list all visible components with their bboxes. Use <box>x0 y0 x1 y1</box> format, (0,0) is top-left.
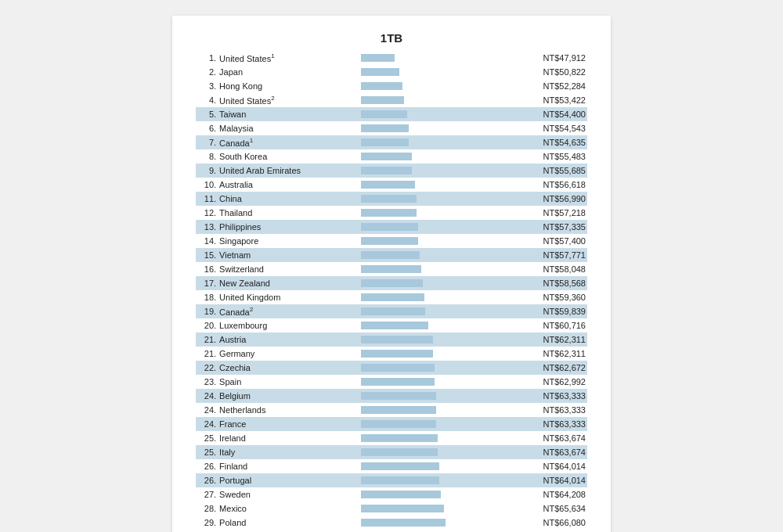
country-cell: New Zealand <box>218 276 359 290</box>
bar-cell <box>359 149 517 164</box>
bar-fill <box>361 54 395 62</box>
price-cell: NT$54,635 <box>517 135 587 149</box>
country-cell: United Arab Emirates <box>218 164 359 178</box>
rank-cell: 24. <box>196 403 218 417</box>
country-cell: Spain <box>218 375 359 389</box>
rank-cell: 1. <box>196 51 218 65</box>
price-cell: NT$63,333 <box>517 389 587 403</box>
rank-cell: 25. <box>196 431 218 445</box>
table-row: 4.United States2NT$53,422 <box>196 93 587 107</box>
bar-fill <box>361 195 417 203</box>
bar-cell <box>359 220 517 234</box>
price-cell: NT$66,080 <box>517 516 587 530</box>
rank-cell: 14. <box>196 234 218 248</box>
table-row: 22.CzechiaNT$62,672 <box>196 361 587 375</box>
bar-fill <box>361 336 433 343</box>
price-cell: NT$55,685 <box>517 164 587 178</box>
bar-fill <box>361 138 409 146</box>
rank-cell: 12. <box>196 206 218 220</box>
bar-cell <box>359 290 517 304</box>
price-cell: NT$50,822 <box>517 65 587 79</box>
table-row: 21.AustriaNT$62,311 <box>196 332 587 347</box>
bar-fill <box>361 251 420 259</box>
rank-cell: 15. <box>196 248 218 262</box>
bar-fill <box>361 519 446 527</box>
rank-cell: 27. <box>196 487 218 501</box>
rank-cell: 13. <box>196 220 218 234</box>
bar-cell <box>359 332 517 347</box>
table-row: 3.Hong KongNT$52,284 <box>196 79 587 93</box>
country-cell: Singapore <box>218 234 359 248</box>
price-cell: NT$63,674 <box>517 431 587 445</box>
rank-cell: 26. <box>196 473 218 487</box>
price-cell: NT$55,483 <box>517 149 587 164</box>
table-row: 29.PolandNT$66,080 <box>196 516 587 530</box>
price-cell: NT$47,912 <box>517 51 587 65</box>
bar-cell <box>359 431 517 445</box>
bar-fill <box>361 68 399 76</box>
price-cell: NT$54,543 <box>517 121 587 135</box>
bar-cell <box>359 501 517 516</box>
country-cell: China <box>218 192 359 206</box>
country-cell: Netherlands <box>218 403 359 417</box>
rank-cell: 28. <box>196 501 218 516</box>
country-cell: Belgium <box>218 389 359 403</box>
rank-cell: 19. <box>196 304 218 318</box>
country-cell: Malaysia <box>218 121 359 135</box>
table-row: 15.VietnamNT$57,771 <box>196 248 587 262</box>
bar-fill <box>361 406 436 414</box>
country-cell: Switzerland <box>218 262 359 276</box>
country-cell: Italy <box>218 445 359 459</box>
table-row: 2.JapanNT$50,822 <box>196 65 587 79</box>
price-cell: NT$64,014 <box>517 459 587 473</box>
country-cell: Ireland <box>218 431 359 445</box>
rank-cell: 24. <box>196 389 218 403</box>
rank-cell: 20. <box>196 318 218 332</box>
country-cell: Australia <box>218 178 359 192</box>
table-row: 21.GermanyNT$62,311 <box>196 347 587 361</box>
rank-cell: 6. <box>196 121 218 135</box>
country-cell: Luxembourg <box>218 318 359 332</box>
rank-cell: 2. <box>196 65 218 79</box>
rank-cell: 25. <box>196 445 218 459</box>
table-row: 23.SpainNT$62,992 <box>196 375 587 389</box>
bar-fill <box>361 420 436 428</box>
price-cell: NT$63,674 <box>517 445 587 459</box>
bar-fill <box>361 82 402 90</box>
rank-cell: 23. <box>196 375 218 389</box>
price-cell: NT$62,311 <box>517 332 587 347</box>
bar-fill <box>361 110 407 118</box>
price-cell: NT$64,208 <box>517 487 587 501</box>
bar-fill <box>361 293 424 301</box>
country-cell: South Korea <box>218 149 359 164</box>
country-cell: Thailand <box>218 206 359 220</box>
country-cell: United Kingdom <box>218 290 359 304</box>
rank-cell: 29. <box>196 516 218 530</box>
price-cell: NT$52,284 <box>517 79 587 93</box>
price-cell: NT$58,048 <box>517 262 587 276</box>
table-row: 13.PhilippinesNT$57,335 <box>196 220 587 234</box>
country-cell: Portugal <box>218 473 359 487</box>
bar-fill <box>361 237 418 245</box>
bar-fill <box>361 350 433 358</box>
rank-cell: 16. <box>196 262 218 276</box>
rank-cell: 11. <box>196 192 218 206</box>
price-cell: NT$59,360 <box>517 290 587 304</box>
country-cell: Poland <box>218 516 359 530</box>
country-cell: Hong Kong <box>218 79 359 93</box>
bar-cell <box>359 487 517 501</box>
table-row: 14.SingaporeNT$57,400 <box>196 234 587 248</box>
bar-cell <box>359 234 517 248</box>
table-row: 8.South KoreaNT$55,483 <box>196 149 587 164</box>
country-cell: United States1 <box>218 51 359 65</box>
rank-cell: 10. <box>196 178 218 192</box>
rank-cell: 8. <box>196 149 218 164</box>
price-cell: NT$63,333 <box>517 403 587 417</box>
country-cell: Taiwan <box>218 107 359 121</box>
table-row: 1.United States1NT$47,912 <box>196 51 587 65</box>
country-cell: Finland <box>218 459 359 473</box>
bar-fill <box>361 307 426 315</box>
bar-cell <box>359 206 517 220</box>
country-cell: United States2 <box>218 93 359 107</box>
country-cell: Austria <box>218 332 359 347</box>
